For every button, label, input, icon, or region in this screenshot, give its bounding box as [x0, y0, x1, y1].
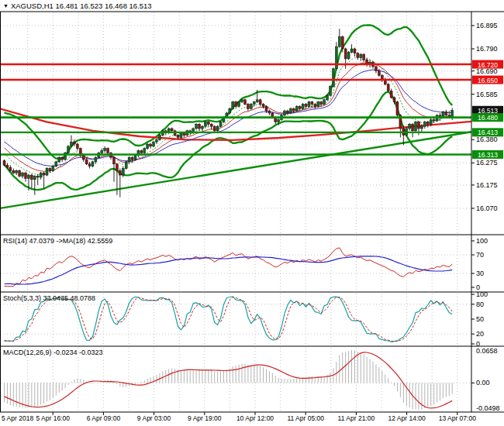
- candle-body: [85, 160, 88, 164]
- rsi-line: [5, 248, 453, 287]
- candle-body: [241, 100, 243, 102]
- candle-body: [67, 146, 70, 153]
- candle-body: [354, 49, 356, 53]
- candle-body: [91, 162, 94, 167]
- time-axis-label: 6 Apr 09:00: [87, 414, 121, 422]
- candle-body: [390, 91, 392, 98]
- candle-body: [412, 124, 414, 131]
- candle-body: [268, 111, 271, 113]
- macd-tick-label: 0.00: [476, 379, 490, 386]
- candle-body: [25, 173, 27, 178]
- symbol-ohlc: 16.481 16.523 16.468 16.513: [55, 2, 151, 10]
- stoch-d-line: [5, 297, 453, 342]
- candle-body: [341, 36, 343, 49]
- candle-body: [378, 71, 380, 76]
- candle-body: [27, 175, 29, 178]
- candle-body: [256, 100, 258, 102]
- rsi-tick-label: 30: [476, 270, 484, 277]
- chart-canvas[interactable]: 16.89516.79016.69016.58516.38016.27516.1…: [0, 0, 504, 426]
- candle-body: [210, 124, 212, 126]
- candle-body: [33, 176, 36, 179]
- candle-body: [52, 167, 54, 171]
- price-tick-label: 16.380: [476, 136, 498, 143]
- time-axis-label: 9 Apr 19:00: [188, 414, 222, 422]
- candle-body: [289, 108, 292, 113]
- symbol-name: XAGUSD,H1: [11, 2, 54, 10]
- candle-body: [125, 162, 127, 169]
- price-badge-label: 16.480: [478, 114, 498, 122]
- candle-body: [216, 126, 219, 131]
- candle-body: [433, 120, 435, 121]
- candle-body: [198, 124, 201, 129]
- candle-body: [393, 98, 395, 102]
- candle-body: [158, 136, 161, 140]
- time-axis-label: 11 Apr 21:00: [338, 414, 375, 422]
- time-axis-label: 12 Apr 14:00: [388, 414, 425, 422]
- trading-chart-window: 16.89516.79016.69016.58516.38016.27516.1…: [0, 0, 504, 426]
- candle-body: [445, 112, 447, 115]
- candle-body: [347, 52, 350, 59]
- candle-body: [150, 144, 152, 146]
- candle-body: [122, 168, 124, 175]
- candle-body: [387, 84, 389, 91]
- candle-body: [396, 102, 399, 115]
- candle-body: [317, 102, 319, 107]
- candle-body: [30, 175, 33, 180]
- stoch-tick-label: 80: [476, 301, 484, 308]
- candle-body: [43, 173, 45, 175]
- candle-body: [232, 102, 234, 109]
- macd-tick-label: -0.0498: [476, 404, 500, 412]
- candle-body: [363, 54, 365, 60]
- candle-body: [82, 155, 85, 160]
- stoch-tick-label: 50: [476, 315, 484, 323]
- candle-body: [229, 108, 231, 113]
- price-badge-label: 16.720: [478, 61, 498, 69]
- candle-body: [360, 54, 362, 57]
- candle-body: [430, 120, 432, 125]
- candle-body: [415, 122, 417, 130]
- candle-body: [128, 157, 130, 162]
- rsi-tick-label: 100: [476, 237, 488, 245]
- time-axis-label: 5 Apr 2018: [2, 414, 33, 422]
- candle-body: [259, 100, 261, 105]
- candle-body: [204, 122, 206, 126]
- candle-body: [238, 102, 240, 107]
- price-badge-label: 16.650: [478, 77, 498, 84]
- time-axis-label: 11 Apr 05:00: [287, 414, 324, 422]
- candle-body: [417, 122, 419, 129]
- candle-body: [426, 122, 429, 124]
- candle-body: [409, 124, 411, 129]
- candle-body: [116, 164, 118, 171]
- symbol-dropdown-icon[interactable]: ▼: [3, 3, 9, 9]
- price-tick-label: 16.895: [476, 22, 498, 29]
- candle-body: [112, 157, 115, 164]
- candle-body: [292, 108, 295, 111]
- candle-body: [22, 173, 24, 176]
- candle-body: [171, 129, 173, 131]
- candle-body: [305, 105, 307, 107]
- candle-body: [344, 49, 347, 59]
- candle-body: [46, 168, 48, 175]
- candle-body: [330, 87, 332, 95]
- candle-body: [253, 102, 255, 105]
- stoch-tick-label: 20: [476, 330, 484, 338]
- candle-body: [95, 157, 97, 162]
- candle-body: [153, 142, 155, 146]
- candle-body: [243, 100, 246, 105]
- candle-body: [326, 95, 329, 100]
- candle-body: [40, 173, 42, 177]
- candle-body: [9, 167, 12, 170]
- candle-body: [107, 149, 109, 153]
- candle-body: [6, 165, 9, 167]
- rsi-panel-title: RSI(14) 47.0379 ->MA(18) 42.5559: [3, 237, 112, 245]
- price-badge-label: 16.313: [478, 151, 498, 159]
- candle-body: [131, 157, 133, 160]
- candle-body: [76, 144, 78, 149]
- candle-body: [147, 144, 149, 149]
- stoch-tick-label: 100: [476, 290, 488, 298]
- candle-body: [250, 105, 252, 109]
- candle-body: [247, 105, 249, 109]
- price-tick-label: 16.275: [476, 159, 498, 167]
- candle-body: [19, 170, 21, 176]
- symbol-title: ▼XAGUSD,H1 16.481 16.523 16.468 16.513: [3, 2, 152, 10]
